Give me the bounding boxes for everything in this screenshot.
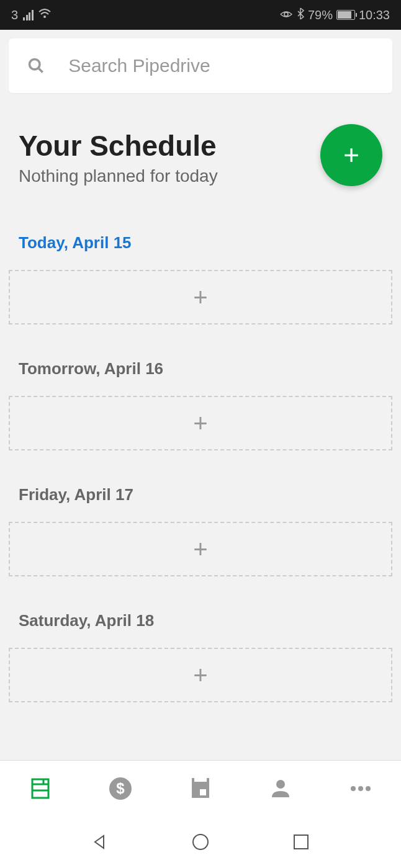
recent-icon [293,834,309,850]
back-icon [91,833,109,851]
bluetooth-icon [297,7,304,23]
clock-time: 10:33 [359,8,390,22]
person-icon [268,776,293,801]
plus-icon: + [193,409,207,437]
plus-icon: + [193,284,207,311]
svg-rect-4 [32,779,48,798]
battery-percent: 79% [308,8,333,22]
carrier-label: 3 [11,8,18,22]
day-header: Friday, April 17 [9,485,392,504]
plus-icon: + [193,661,207,689]
day-section: Today, April 15 + [9,233,392,324]
day-section: Tomorrow, April 16 + [9,359,392,450]
svg-line-3 [38,68,43,73]
svg-point-17 [366,786,371,791]
home-icon [191,833,210,851]
nav-home-button[interactable] [188,830,213,854]
nav-recent-button[interactable] [289,830,313,854]
day-header: Saturday, April 18 [9,611,392,630]
tab-contacts[interactable] [262,770,299,807]
tab-deals[interactable]: $ [102,770,139,807]
day-header: Tomorrow, April 16 [9,359,392,378]
eye-icon [279,8,293,22]
tab-calendar[interactable] [182,770,219,807]
add-activity-slot[interactable]: + [9,396,392,450]
svg-point-18 [193,834,208,849]
plus-icon: + [343,140,359,171]
day-header-today: Today, April 15 [9,233,392,253]
search-box[interactable] [9,38,392,93]
schedule-list: Today, April 15 + Tomorrow, April 16 + F… [0,233,401,702]
bottom-tab-bar: $ [0,760,401,816]
system-nav-bar [0,816,401,868]
add-activity-slot[interactable]: + [9,522,392,576]
svg-point-15 [351,786,356,791]
calendar-icon [189,777,212,800]
more-icon [348,785,373,792]
status-bar: 3 79% 10:33 [0,0,401,30]
add-activity-slot[interactable]: + [9,648,392,702]
tab-more[interactable] [342,770,379,807]
day-section: Friday, April 17 + [9,485,392,576]
nav-back-button[interactable] [88,830,112,854]
svg-point-16 [358,786,363,791]
svg-rect-19 [294,835,308,849]
svg-point-2 [30,59,40,69]
svg-text:$: $ [116,780,125,797]
add-fab-button[interactable]: + [320,124,382,186]
svg-point-0 [43,16,46,18]
svg-rect-13 [200,789,206,795]
schedule-icon [29,777,52,800]
svg-point-1 [284,12,288,16]
svg-rect-11 [192,778,194,783]
wifi-icon [38,9,51,22]
add-activity-slot[interactable]: + [9,270,392,324]
battery-icon [336,10,355,20]
dollar-icon: $ [108,776,133,801]
plus-icon: + [193,535,207,563]
search-input[interactable] [68,55,374,76]
svg-rect-12 [207,778,209,783]
search-icon [27,56,45,76]
day-section: Saturday, April 18 + [9,611,392,702]
svg-point-14 [276,780,285,789]
signal-icon [23,9,34,20]
tab-schedule[interactable] [22,770,59,807]
